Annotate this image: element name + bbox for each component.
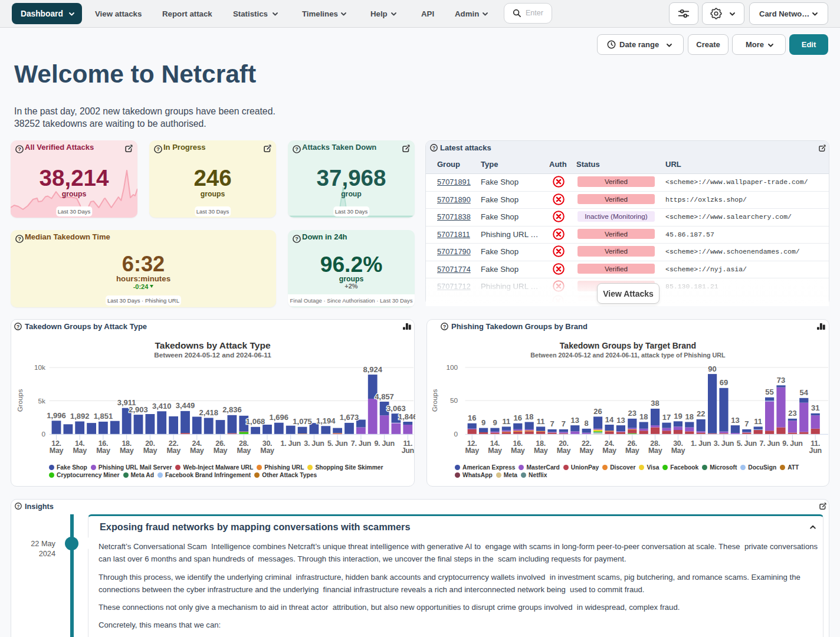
svg-text:31: 31 <box>811 403 819 412</box>
svg-text:11: 11 <box>754 417 762 426</box>
svg-text:17: 17 <box>662 413 671 422</box>
svg-text:23: 23 <box>788 409 796 418</box>
svg-text:Jun: Jun <box>809 446 822 455</box>
svg-text:Between 2024-05-12 and 2024-06: Between 2024-05-12 and 2024-06-11 <box>154 351 271 359</box>
svg-text:?: ? <box>295 146 298 152</box>
svg-text:Groups: Groups <box>431 389 438 412</box>
svg-text:1. Jun: 1. Jun <box>691 439 711 448</box>
svg-text:16: 16 <box>468 413 476 422</box>
svg-text:Between 2024-05-12 and 2024-06: Between 2024-05-12 and 2024-06-11, attac… <box>530 352 726 359</box>
svg-text:May: May <box>671 446 685 455</box>
svg-text:8: 8 <box>585 419 589 428</box>
svg-text:19: 19 <box>674 412 682 421</box>
svg-text:May: May <box>237 446 251 455</box>
svg-text:1,846: 1,846 <box>398 412 415 421</box>
svg-text:38: 38 <box>651 399 659 408</box>
svg-text:May: May <box>190 446 204 455</box>
svg-text:May: May <box>120 446 134 455</box>
svg-text:18: 18 <box>685 412 694 421</box>
svg-text:5k: 5k <box>38 397 46 405</box>
svg-text:May: May <box>579 446 593 455</box>
svg-text:Groups: Groups <box>16 389 24 412</box>
svg-text:?: ? <box>18 236 21 242</box>
svg-text:0: 0 <box>41 430 45 438</box>
svg-text:9: 9 <box>481 418 485 427</box>
svg-text:May: May <box>73 446 87 455</box>
svg-text:1,892: 1,892 <box>70 412 90 421</box>
svg-text:9. Jun: 9. Jun <box>782 439 802 448</box>
svg-text:1,996: 1,996 <box>47 411 66 420</box>
svg-text:13: 13 <box>731 416 739 425</box>
svg-text:13: 13 <box>616 416 625 425</box>
svg-text:9. Jun: 9. Jun <box>374 439 394 448</box>
svg-text:1. Jun: 1. Jun <box>281 439 301 448</box>
svg-text:10k: 10k <box>34 363 45 371</box>
svg-text:3,410: 3,410 <box>152 402 172 411</box>
svg-text:22: 22 <box>697 409 705 418</box>
svg-text:Jun: Jun <box>402 446 414 455</box>
svg-text:0: 0 <box>454 430 458 438</box>
svg-text:5. Jun: 5. Jun <box>327 439 347 448</box>
svg-text:May: May <box>648 446 662 455</box>
svg-text:May: May <box>214 446 228 455</box>
svg-text:?: ? <box>295 236 298 242</box>
svg-text:2,903: 2,903 <box>129 405 148 414</box>
svg-text:7. Jun: 7. Jun <box>759 439 779 448</box>
svg-text:1,696: 1,696 <box>270 413 289 422</box>
svg-text:Takedowns by Attack Type: Takedowns by Attack Type <box>155 340 270 350</box>
svg-text:?: ? <box>443 324 446 330</box>
svg-text:13: 13 <box>571 416 579 425</box>
svg-text:?: ? <box>18 146 21 152</box>
svg-text:Takedown Groups by Target Bran: Takedown Groups by Target Brand <box>560 341 696 350</box>
svg-text:14: 14 <box>605 415 614 424</box>
svg-text:18: 18 <box>639 412 648 421</box>
svg-text:May: May <box>602 446 616 455</box>
svg-text:May: May <box>625 446 639 455</box>
svg-text:1,851: 1,851 <box>94 412 113 421</box>
svg-text:5. Jun: 5. Jun <box>737 439 757 448</box>
svg-text:1,068: 1,068 <box>246 417 265 426</box>
svg-text:?: ? <box>17 504 20 509</box>
svg-text:54: 54 <box>800 388 809 397</box>
svg-text:3. Jun: 3. Jun <box>714 439 734 448</box>
svg-text:16: 16 <box>514 413 522 422</box>
svg-text:73: 73 <box>777 376 785 385</box>
svg-text:May: May <box>143 446 158 455</box>
svg-text:May: May <box>534 446 548 455</box>
svg-text:May: May <box>166 446 181 455</box>
svg-text:69: 69 <box>720 378 728 387</box>
svg-text:May: May <box>50 446 64 455</box>
svg-text:2,418: 2,418 <box>199 408 218 417</box>
svg-text:26: 26 <box>593 407 602 416</box>
svg-text:8,924: 8,924 <box>363 365 382 374</box>
svg-text:3. Jun: 3. Jun <box>304 439 324 448</box>
svg-text:7: 7 <box>562 419 566 428</box>
svg-text:3,063: 3,063 <box>386 404 406 413</box>
svg-text:18: 18 <box>525 412 533 421</box>
svg-text:11: 11 <box>537 417 545 426</box>
svg-text:May: May <box>465 446 479 455</box>
svg-text:23: 23 <box>628 409 636 418</box>
svg-text:2,836: 2,836 <box>222 405 242 414</box>
svg-text:1,194: 1,194 <box>316 416 336 425</box>
svg-text:7. Jun: 7. Jun <box>351 439 371 448</box>
svg-text:7: 7 <box>550 419 554 428</box>
svg-text:May: May <box>511 446 525 455</box>
svg-text:May: May <box>557 446 571 455</box>
svg-text:50: 50 <box>450 396 458 404</box>
svg-text:9: 9 <box>493 418 497 427</box>
svg-text:3,449: 3,449 <box>176 401 195 410</box>
svg-text:?: ? <box>432 145 435 151</box>
svg-text:4,857: 4,857 <box>375 392 394 401</box>
svg-text:90: 90 <box>708 365 716 373</box>
svg-text:1,673: 1,673 <box>340 413 359 422</box>
svg-text:May: May <box>488 446 502 455</box>
svg-text:11: 11 <box>503 417 511 426</box>
svg-text:100: 100 <box>446 363 458 371</box>
svg-text:?: ? <box>17 324 19 330</box>
svg-text:May: May <box>96 446 110 455</box>
svg-text:7: 7 <box>744 419 749 428</box>
svg-text:1,075: 1,075 <box>293 417 312 426</box>
svg-text:?: ? <box>156 146 160 152</box>
svg-text:May: May <box>260 446 274 455</box>
